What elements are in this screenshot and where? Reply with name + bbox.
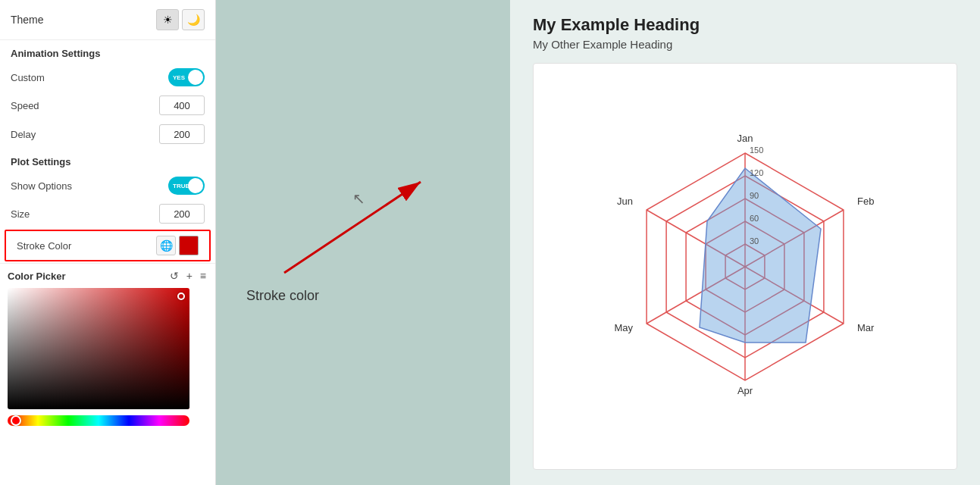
speed-input[interactable]: [159, 95, 205, 115]
cursor-pointer: ↖: [352, 189, 365, 208]
grid-value-60: 60: [750, 214, 759, 223]
globe-button[interactable]: 🌐: [156, 236, 176, 255]
middle-area: Stroke color ↖: [216, 0, 510, 485]
chart-main-heading: My Example Heading: [533, 15, 957, 35]
color-picker-section: Color Picker ↺ + ≡: [0, 263, 215, 436]
color-controls: 🌐: [156, 236, 199, 255]
show-options-row: Show Options TRUE: [0, 172, 215, 199]
annotation-label: Stroke color: [246, 288, 319, 304]
label-mar: Mar: [857, 322, 875, 333]
gradient-cursor[interactable]: [177, 293, 185, 300]
custom-row: Custom YES: [0, 64, 215, 91]
speed-row: Speed: [0, 91, 215, 120]
theme-light-button[interactable]: ☀: [156, 9, 179, 30]
chart-container: 150 120 90 60 30 Jan Feb Mar Apr May Jun: [533, 63, 957, 470]
custom-label: Custom: [11, 72, 45, 83]
delay-label: Delay: [11, 129, 36, 140]
label-may: May: [614, 322, 633, 333]
custom-toggle-text: YES: [173, 74, 185, 81]
left-panel: Theme ☀ 🌙 Animation Settings Custom YES …: [0, 0, 216, 485]
chart-sub-heading: My Other Example Heading: [533, 38, 957, 51]
menu-button[interactable]: ≡: [199, 270, 208, 282]
label-apr: Apr: [737, 385, 753, 396]
plot-settings-title: Plot Settings: [0, 149, 215, 172]
show-options-toggle-text: TRUE: [173, 183, 189, 189]
stroke-color-label: Stroke Color: [17, 240, 71, 252]
svg-marker-13: [700, 168, 821, 343]
theme-toggle-group: ☀ 🌙: [156, 9, 205, 30]
animation-settings-title: Animation Settings: [0, 40, 215, 64]
grid-value-30: 30: [750, 236, 759, 246]
svg-line-1: [284, 182, 421, 273]
color-swatch[interactable]: [179, 236, 199, 255]
stroke-color-row: Stroke Color 🌐: [5, 230, 211, 261]
hue-cursor: [11, 415, 21, 426]
grid-value-120: 120: [750, 168, 763, 177]
label-feb: Feb: [857, 196, 874, 207]
grid-value-90: 90: [750, 191, 759, 200]
undo-button[interactable]: ↺: [168, 270, 180, 282]
label-jan: Jan: [737, 133, 753, 144]
hue-slider[interactable]: [8, 415, 189, 426]
show-options-label: Show Options: [11, 180, 72, 192]
radar-chart: 150 120 90 60 30 Jan Feb Mar Apr May Jun: [571, 100, 919, 433]
delay-input[interactable]: [159, 124, 205, 144]
right-panel: My Example Heading My Other Example Head…: [510, 0, 980, 485]
theme-row: Theme ☀ 🌙: [0, 0, 215, 40]
theme-dark-button[interactable]: 🌙: [182, 9, 205, 30]
custom-toggle[interactable]: YES: [168, 68, 205, 86]
color-picker-title: Color Picker: [8, 271, 66, 282]
show-options-toggle[interactable]: TRUE: [168, 177, 205, 195]
delay-row: Delay: [0, 120, 215, 149]
arrow-svg: [239, 152, 428, 303]
theme-label: Theme: [11, 14, 44, 26]
add-color-button[interactable]: +: [185, 270, 194, 282]
size-row: Size: [0, 199, 215, 228]
color-picker-actions: ↺ + ≡: [168, 270, 208, 282]
grid-value-150: 150: [750, 146, 763, 155]
label-jun: Jun: [617, 196, 633, 207]
size-label: Size: [11, 208, 30, 220]
speed-label: Speed: [11, 100, 39, 111]
size-input[interactable]: [159, 204, 205, 224]
color-picker-header: Color Picker ↺ + ≡: [8, 270, 208, 282]
color-gradient[interactable]: [8, 288, 189, 409]
